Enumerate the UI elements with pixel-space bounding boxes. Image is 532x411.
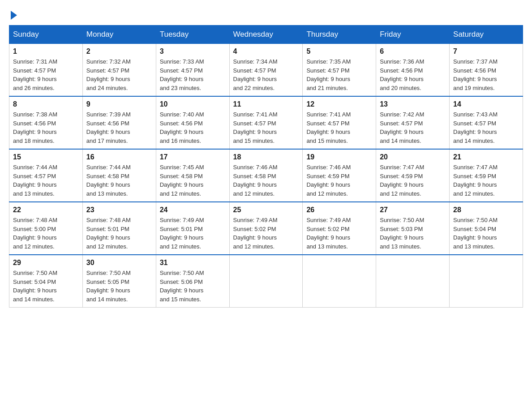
empty-cell bbox=[229, 255, 303, 308]
day-number: 10 bbox=[160, 100, 226, 108]
empty-cell bbox=[450, 255, 523, 308]
calendar-day-cell: 14Sunrise: 7:43 AMSunset: 4:57 PMDayligh… bbox=[450, 96, 523, 149]
day-info: Sunrise: 7:31 AMSunset: 4:57 PMDaylight:… bbox=[13, 57, 79, 92]
day-info: Sunrise: 7:50 AMSunset: 5:06 PMDaylight:… bbox=[160, 269, 226, 304]
day-info: Sunrise: 7:39 AMSunset: 4:56 PMDaylight:… bbox=[86, 110, 152, 145]
day-info: Sunrise: 7:41 AMSunset: 4:57 PMDaylight:… bbox=[306, 110, 372, 145]
calendar-header-tuesday: Tuesday bbox=[156, 26, 229, 44]
day-number: 7 bbox=[453, 47, 519, 56]
day-info: Sunrise: 7:50 AMSunset: 5:04 PMDaylight:… bbox=[453, 216, 519, 251]
day-number: 24 bbox=[160, 206, 226, 214]
day-info: Sunrise: 7:36 AMSunset: 4:56 PMDaylight:… bbox=[380, 57, 446, 92]
calendar-day-cell: 22Sunrise: 7:48 AMSunset: 5:00 PMDayligh… bbox=[9, 202, 83, 255]
calendar-day-cell: 2Sunrise: 7:32 AMSunset: 4:57 PMDaylight… bbox=[82, 44, 156, 97]
calendar-header-row: SundayMondayTuesdayWednesdayThursdayFrid… bbox=[9, 26, 523, 44]
day-info: Sunrise: 7:50 AMSunset: 5:04 PMDaylight:… bbox=[13, 269, 79, 304]
day-info: Sunrise: 7:32 AMSunset: 4:57 PMDaylight:… bbox=[86, 57, 152, 92]
day-info: Sunrise: 7:46 AMSunset: 4:59 PMDaylight:… bbox=[306, 163, 372, 198]
calendar-table: SundayMondayTuesdayWednesdayThursdayFrid… bbox=[9, 25, 523, 308]
calendar-day-cell: 18Sunrise: 7:46 AMSunset: 4:58 PMDayligh… bbox=[229, 149, 303, 202]
day-number: 14 bbox=[453, 100, 519, 108]
day-number: 28 bbox=[453, 206, 519, 214]
day-number: 17 bbox=[160, 153, 226, 161]
day-number: 1 bbox=[13, 47, 79, 56]
calendar-week-row: 22Sunrise: 7:48 AMSunset: 5:00 PMDayligh… bbox=[9, 202, 523, 255]
day-number: 26 bbox=[306, 206, 372, 214]
calendar-day-cell: 24Sunrise: 7:49 AMSunset: 5:01 PMDayligh… bbox=[156, 202, 229, 255]
day-info: Sunrise: 7:50 AMSunset: 5:05 PMDaylight:… bbox=[86, 269, 152, 304]
day-number: 29 bbox=[13, 259, 79, 267]
page-header bbox=[9, 9, 523, 18]
day-info: Sunrise: 7:38 AMSunset: 4:56 PMDaylight:… bbox=[13, 110, 79, 145]
calendar-day-cell: 27Sunrise: 7:50 AMSunset: 5:03 PMDayligh… bbox=[376, 202, 450, 255]
day-number: 13 bbox=[380, 100, 446, 108]
calendar-header-saturday: Saturday bbox=[450, 26, 523, 44]
day-info: Sunrise: 7:49 AMSunset: 5:02 PMDaylight:… bbox=[306, 216, 372, 251]
day-info: Sunrise: 7:49 AMSunset: 5:01 PMDaylight:… bbox=[160, 216, 226, 251]
calendar-header-monday: Monday bbox=[82, 26, 156, 44]
calendar-day-cell: 4Sunrise: 7:34 AMSunset: 4:57 PMDaylight… bbox=[229, 44, 303, 97]
calendar-day-cell: 8Sunrise: 7:38 AMSunset: 4:56 PMDaylight… bbox=[9, 96, 83, 149]
day-info: Sunrise: 7:37 AMSunset: 4:56 PMDaylight:… bbox=[453, 57, 519, 92]
calendar-header-thursday: Thursday bbox=[303, 26, 376, 44]
day-number: 4 bbox=[233, 47, 299, 56]
calendar-day-cell: 30Sunrise: 7:50 AMSunset: 5:05 PMDayligh… bbox=[82, 255, 156, 308]
calendar-day-cell: 15Sunrise: 7:44 AMSunset: 4:57 PMDayligh… bbox=[9, 149, 83, 202]
day-number: 15 bbox=[13, 153, 79, 161]
calendar-day-cell: 11Sunrise: 7:41 AMSunset: 4:57 PMDayligh… bbox=[229, 96, 303, 149]
day-number: 5 bbox=[306, 47, 372, 56]
day-info: Sunrise: 7:44 AMSunset: 4:57 PMDaylight:… bbox=[13, 163, 79, 198]
day-info: Sunrise: 7:48 AMSunset: 5:01 PMDaylight:… bbox=[86, 216, 152, 251]
day-number: 12 bbox=[306, 100, 372, 108]
day-info: Sunrise: 7:34 AMSunset: 4:57 PMDaylight:… bbox=[233, 57, 299, 92]
day-number: 6 bbox=[380, 47, 446, 56]
logo bbox=[9, 9, 17, 18]
calendar-day-cell: 21Sunrise: 7:47 AMSunset: 4:59 PMDayligh… bbox=[450, 149, 523, 202]
logo-arrow-icon bbox=[11, 11, 17, 20]
day-number: 16 bbox=[86, 153, 152, 161]
day-number: 19 bbox=[306, 153, 372, 161]
calendar-week-row: 8Sunrise: 7:38 AMSunset: 4:56 PMDaylight… bbox=[9, 96, 523, 149]
day-number: 22 bbox=[13, 206, 79, 214]
day-number: 18 bbox=[233, 153, 299, 161]
day-number: 27 bbox=[380, 206, 446, 214]
calendar-day-cell: 9Sunrise: 7:39 AMSunset: 4:56 PMDaylight… bbox=[82, 96, 156, 149]
calendar-day-cell: 26Sunrise: 7:49 AMSunset: 5:02 PMDayligh… bbox=[303, 202, 376, 255]
day-info: Sunrise: 7:49 AMSunset: 5:02 PMDaylight:… bbox=[233, 216, 299, 251]
day-number: 30 bbox=[86, 259, 152, 267]
day-info: Sunrise: 7:46 AMSunset: 4:58 PMDaylight:… bbox=[233, 163, 299, 198]
calendar-day-cell: 1Sunrise: 7:31 AMSunset: 4:57 PMDaylight… bbox=[9, 44, 83, 97]
calendar-day-cell: 12Sunrise: 7:41 AMSunset: 4:57 PMDayligh… bbox=[303, 96, 376, 149]
day-number: 8 bbox=[13, 100, 79, 108]
day-info: Sunrise: 7:43 AMSunset: 4:57 PMDaylight:… bbox=[453, 110, 519, 145]
empty-cell bbox=[303, 255, 376, 308]
day-number: 31 bbox=[160, 259, 226, 267]
calendar-day-cell: 20Sunrise: 7:47 AMSunset: 4:59 PMDayligh… bbox=[376, 149, 450, 202]
day-number: 21 bbox=[453, 153, 519, 161]
day-info: Sunrise: 7:41 AMSunset: 4:57 PMDaylight:… bbox=[233, 110, 299, 145]
empty-cell bbox=[376, 255, 450, 308]
calendar-header-sunday: Sunday bbox=[9, 26, 83, 44]
day-info: Sunrise: 7:40 AMSunset: 4:56 PMDaylight:… bbox=[160, 110, 226, 145]
calendar-day-cell: 13Sunrise: 7:42 AMSunset: 4:57 PMDayligh… bbox=[376, 96, 450, 149]
day-number: 23 bbox=[86, 206, 152, 214]
day-number: 11 bbox=[233, 100, 299, 108]
day-info: Sunrise: 7:47 AMSunset: 4:59 PMDaylight:… bbox=[380, 163, 446, 198]
day-info: Sunrise: 7:44 AMSunset: 4:58 PMDaylight:… bbox=[86, 163, 152, 198]
calendar-day-cell: 5Sunrise: 7:35 AMSunset: 4:57 PMDaylight… bbox=[303, 44, 376, 97]
day-info: Sunrise: 7:47 AMSunset: 4:59 PMDaylight:… bbox=[453, 163, 519, 198]
day-number: 9 bbox=[86, 100, 152, 108]
calendar-day-cell: 28Sunrise: 7:50 AMSunset: 5:04 PMDayligh… bbox=[450, 202, 523, 255]
calendar-day-cell: 3Sunrise: 7:33 AMSunset: 4:57 PMDaylight… bbox=[156, 44, 229, 97]
day-info: Sunrise: 7:45 AMSunset: 4:58 PMDaylight:… bbox=[160, 163, 226, 198]
day-info: Sunrise: 7:33 AMSunset: 4:57 PMDaylight:… bbox=[160, 57, 226, 92]
day-number: 3 bbox=[160, 47, 226, 56]
day-info: Sunrise: 7:50 AMSunset: 5:03 PMDaylight:… bbox=[380, 216, 446, 251]
calendar-week-row: 29Sunrise: 7:50 AMSunset: 5:04 PMDayligh… bbox=[9, 255, 523, 308]
calendar-day-cell: 6Sunrise: 7:36 AMSunset: 4:56 PMDaylight… bbox=[376, 44, 450, 97]
day-info: Sunrise: 7:48 AMSunset: 5:00 PMDaylight:… bbox=[13, 216, 79, 251]
day-number: 2 bbox=[86, 47, 152, 56]
calendar-day-cell: 16Sunrise: 7:44 AMSunset: 4:58 PMDayligh… bbox=[82, 149, 156, 202]
calendar-day-cell: 25Sunrise: 7:49 AMSunset: 5:02 PMDayligh… bbox=[229, 202, 303, 255]
calendar-day-cell: 10Sunrise: 7:40 AMSunset: 4:56 PMDayligh… bbox=[156, 96, 229, 149]
